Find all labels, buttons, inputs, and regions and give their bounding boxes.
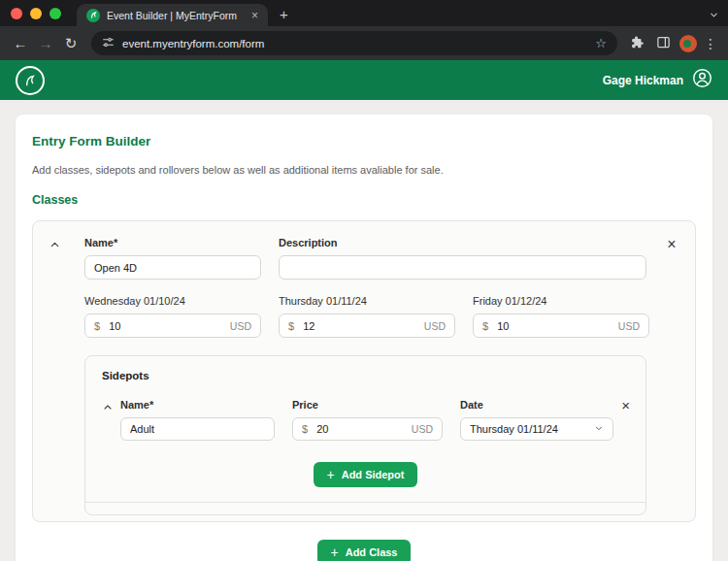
sidepot-price-input[interactable]: [316, 423, 412, 435]
browser-menu-icon[interactable]: ⋮: [703, 36, 718, 51]
day-price-input-group[interactable]: $ USD: [84, 314, 261, 338]
bookmark-star-icon[interactable]: ☆: [595, 36, 607, 50]
sidepot-collapse-chevron-icon[interactable]: [102, 400, 115, 417]
day-price-field: Thursday 01/11/24 $ USD: [279, 295, 455, 338]
account-icon[interactable]: [692, 68, 712, 92]
window-close-button[interactable]: [11, 8, 22, 19]
tab-search-chevron-icon[interactable]: [709, 7, 719, 24]
class-description-input[interactable]: [279, 255, 646, 280]
sidepot-date-select[interactable]: Thursday 01/11/24: [460, 417, 613, 441]
plus-icon: +: [331, 547, 339, 557]
sidepot-name-field: Name*: [120, 399, 275, 441]
add-sidepot-label: Add Sidepot: [342, 469, 405, 480]
new-tab-button[interactable]: +: [280, 6, 288, 22]
currency-unit: USD: [424, 320, 446, 332]
sidepot-price-label: Price: [292, 399, 443, 411]
chevron-down-icon: [594, 423, 604, 435]
currency-unit: USD: [230, 320, 251, 332]
class-day-prices: Wednesday 01/10/24 $ USD Thursday 01/11/…: [84, 295, 679, 338]
sidepot-fields: Name* Price $ USD Date: [120, 399, 613, 441]
class-description-label: Description: [279, 237, 646, 248]
add-sidepot-row: + Add Sidepot: [101, 462, 630, 487]
page-subtitle: Add classes, sidepots and rollovers belo…: [32, 164, 696, 176]
browser-titlebar: Event Builder | MyEntryForm × +: [0, 0, 728, 26]
plus-icon: +: [327, 470, 335, 479]
add-class-label: Add Class: [346, 546, 398, 558]
page-content: Entry Form Builder Add classes, sidepots…: [0, 100, 728, 561]
browser-profile-avatar[interactable]: [679, 35, 697, 52]
sidepots-panel: Sidepots Name* Price $: [84, 355, 646, 515]
currency-symbol: $: [94, 320, 100, 332]
class-header-row: Name* Description ×: [49, 237, 679, 280]
app-logo-icon[interactable]: [16, 66, 45, 95]
site-info-icon[interactable]: [102, 35, 115, 52]
day-price-input[interactable]: [497, 320, 618, 332]
currency-symbol: $: [302, 423, 308, 435]
browser-tab[interactable]: Event Builder | MyEntryForm ×: [77, 4, 268, 26]
day-price-input-group[interactable]: $ USD: [279, 314, 455, 338]
sidepot-row: Name* Price $ USD Date: [101, 399, 630, 441]
sidepot-date-value: Thursday 01/11/24: [470, 423, 558, 435]
class-remove-icon[interactable]: ×: [664, 237, 679, 280]
currency-symbol: $: [288, 320, 294, 332]
sidepot-price-input-group[interactable]: $ USD: [292, 417, 443, 441]
add-class-row: + Add Class: [32, 540, 696, 561]
day-label: Wednesday 01/10/24: [84, 295, 261, 307]
day-price-field: Wednesday 01/10/24 $ USD: [84, 295, 261, 338]
day-price-field: Friday 01/12/24 $ USD: [473, 295, 649, 338]
class-name-input[interactable]: [84, 255, 261, 280]
sidepot-date-field: Date Thursday 01/11/24: [460, 399, 613, 441]
class-name-field: Name*: [84, 237, 261, 280]
day-price-input[interactable]: [109, 320, 230, 332]
classes-heading: Classes: [32, 193, 696, 207]
sidepots-footer-divider: [85, 502, 645, 514]
user-name: Gage Hickman: [603, 74, 683, 87]
class-description-field: Description: [279, 237, 646, 280]
add-sidepot-button[interactable]: + Add Sidepot: [314, 462, 418, 487]
side-panel-icon[interactable]: [652, 35, 674, 51]
sidepot-name-input[interactable]: [120, 417, 275, 441]
add-class-button[interactable]: + Add Class: [317, 540, 412, 561]
user-menu[interactable]: Gage Hickman: [603, 68, 712, 92]
sidepot-date-label: Date: [460, 399, 613, 411]
sidepot-remove-icon[interactable]: ×: [621, 399, 630, 412]
day-label: Friday 01/12/24: [473, 295, 649, 307]
class-panel: Name* Description × Wednesday 01/10/24 $: [32, 220, 696, 522]
sidepot-name-label: Name*: [120, 399, 275, 411]
day-price-input-group[interactable]: $ USD: [473, 314, 649, 338]
sidepots-heading: Sidepots: [101, 370, 630, 381]
reload-icon[interactable]: ↻: [60, 36, 82, 50]
address-bar[interactable]: event.myentryform.com/form ☆: [91, 31, 617, 55]
window-zoom-button[interactable]: [50, 8, 61, 19]
currency-unit: USD: [412, 423, 433, 435]
class-fields: Name* Description: [84, 237, 646, 280]
sidepot-price-field: Price $ USD: [292, 399, 443, 441]
day-price-input[interactable]: [303, 320, 424, 332]
day-label: Thursday 01/11/24: [279, 295, 455, 307]
url-text[interactable]: event.myentryform.com/form: [122, 38, 587, 50]
avatar-dot: [683, 40, 691, 48]
window-controls: [0, 8, 71, 26]
back-icon[interactable]: ←: [10, 36, 31, 50]
currency-unit: USD: [618, 320, 640, 332]
form-builder-card: Entry Form Builder Add classes, sidepots…: [16, 115, 712, 561]
page-title: Entry Form Builder: [32, 134, 696, 148]
tab-title: Event Builder | MyEntryForm: [107, 10, 237, 21]
tab-close-icon[interactable]: ×: [251, 9, 258, 22]
window-minimize-button[interactable]: [30, 8, 42, 19]
extensions-icon[interactable]: [627, 36, 648, 51]
currency-symbol: $: [482, 320, 488, 332]
app-header: Gage Hickman: [0, 60, 728, 100]
tab-favicon-icon: [86, 9, 100, 22]
class-name-label: Name*: [84, 237, 261, 248]
browser-toolbar: ← → ↻ event.myentryform.com/form ☆ ⋮: [0, 26, 728, 60]
forward-icon[interactable]: →: [35, 36, 56, 50]
class-collapse-chevron-icon[interactable]: [49, 237, 68, 280]
